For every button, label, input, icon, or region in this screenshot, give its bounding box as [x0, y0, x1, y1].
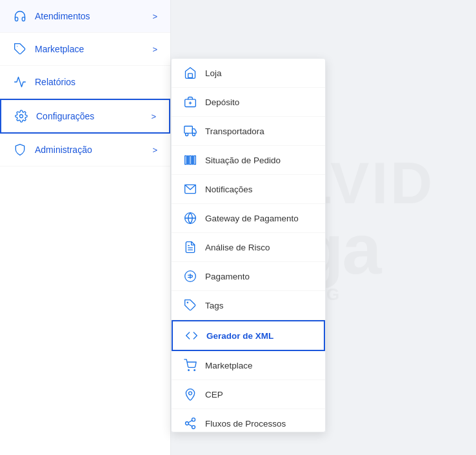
sidebar-item-administracao[interactable]: Administração > [0, 134, 170, 167]
submenu-transportadora-label: Transportadora [205, 126, 264, 136]
submenu-marketplace-label: Marketplace [205, 361, 253, 370]
submenu-deposito-label: Depósito [205, 97, 239, 107]
sidebar-item-configuracoes[interactable]: Configurações > [0, 99, 170, 134]
dollar-icon [183, 269, 197, 283]
tag2-icon [183, 298, 197, 312]
sidebar-relatorios-label: Relatórios [35, 77, 150, 87]
svg-point-29 [189, 392, 192, 395]
sidebar-item-marketplace[interactable]: Marketplace > [0, 33, 170, 66]
submenu-item-gateway-pagamento[interactable]: Gateway de Pagamento [172, 204, 325, 233]
svg-rect-15 [190, 156, 192, 164]
submenu-item-analise-risco[interactable]: Análise de Risco [172, 233, 325, 262]
shield-icon [13, 143, 27, 157]
xml-icon [184, 329, 199, 343]
chart-icon [13, 75, 27, 89]
svg-point-12 [192, 133, 195, 136]
mail-icon [183, 182, 197, 196]
svg-point-5 [20, 115, 23, 118]
flow-icon [183, 416, 197, 430]
sidebar-item-atendimentos[interactable]: Atendimentos > [0, 0, 170, 33]
submenu-item-gerador-xml[interactable]: Gerador de XML [172, 320, 325, 351]
submenu-item-pagamento[interactable]: Pagamento [172, 262, 325, 291]
submenu-gateway-label: Gateway de Pagamento [205, 214, 299, 223]
submenu-item-situacao-pedido[interactable]: Situação de Pedido [172, 146, 325, 175]
store-icon [183, 66, 197, 80]
location-icon [183, 387, 197, 401]
sidebar-administracao-label: Administração [35, 145, 144, 155]
deposit-icon [183, 95, 197, 109]
submenu-item-cep[interactable]: CEP [172, 380, 325, 409]
sidebar-configuracoes-arrow: > [151, 112, 156, 121]
sidebar-configuracoes-label: Configurações [36, 111, 143, 121]
submenu-item-notificacoes[interactable]: Notificações [172, 175, 325, 204]
submenu-situacao-pedido-label: Situação de Pedido [205, 156, 281, 165]
svg-rect-17 [194, 156, 196, 164]
submenu-cep-label: CEP [205, 390, 223, 399]
submenu-pagamento-label: Pagamento [205, 272, 250, 281]
svg-rect-14 [188, 156, 188, 164]
svg-point-11 [186, 133, 188, 136]
configuracoes-submenu: Loja Depósito Transportadora Situação de… [171, 58, 326, 432]
headset-icon [13, 9, 27, 23]
svg-rect-6 [188, 74, 193, 78]
svg-line-33 [188, 424, 192, 426]
sidebar-item-relatorios[interactable]: Relatórios [0, 66, 170, 99]
svg-rect-16 [192, 156, 193, 164]
submenu-item-deposito[interactable]: Depósito [172, 88, 325, 117]
cart-icon [183, 358, 197, 372]
tag-icon [13, 42, 27, 56]
sidebar: Atendimentos > Marketplace > Relatórios … [0, 0, 171, 455]
payment-gateway-icon [183, 211, 197, 225]
sidebar-marketplace-label: Marketplace [35, 44, 144, 54]
submenu-item-marketplace[interactable]: Marketplace [172, 351, 325, 380]
submenu-loja-label: Loja [205, 68, 222, 78]
sidebar-administracao-arrow: > [152, 145, 157, 155]
sidebar-atendimentos-arrow: > [152, 12, 157, 21]
submenu-item-tags[interactable]: Tags [172, 291, 325, 320]
barcode-icon [183, 153, 197, 167]
gear-icon [14, 109, 28, 123]
svg-point-28 [194, 370, 195, 371]
submenu-item-fluxos-processos[interactable]: Fluxos de Processos [172, 409, 325, 432]
submenu-gerador-xml-label: Gerador de XML [206, 331, 273, 341]
submenu-notificacoes-label: Notificações [205, 185, 253, 194]
submenu-tags-label: Tags [205, 301, 224, 310]
truck-icon [183, 124, 197, 138]
sidebar-marketplace-arrow: > [152, 45, 157, 54]
svg-line-34 [188, 420, 192, 422]
svg-rect-10 [184, 126, 193, 134]
svg-rect-13 [185, 156, 187, 164]
svg-point-27 [188, 370, 190, 371]
sidebar-atendimentos-label: Atendimentos [35, 11, 144, 21]
submenu-analise-risco-label: Análise de Risco [205, 243, 270, 252]
submenu-item-loja[interactable]: Loja [172, 59, 325, 88]
submenu-fluxos-label: Fluxos de Processos [205, 419, 286, 429]
risk-icon [183, 240, 197, 254]
submenu-item-transportadora[interactable]: Transportadora [172, 117, 325, 146]
